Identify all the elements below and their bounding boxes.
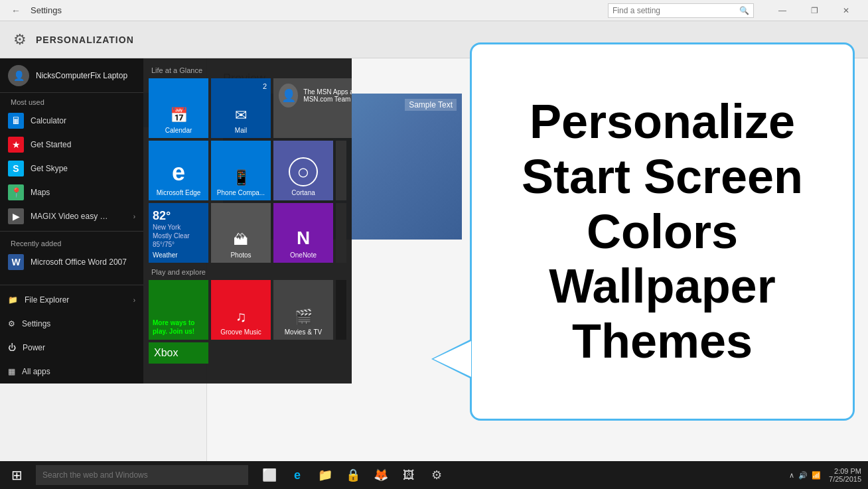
taskbar-edge[interactable]: e [284, 461, 311, 489]
skype-icon: S [8, 161, 24, 176]
tile-groove[interactable]: ♫ Groove Music [211, 280, 271, 340]
app-maps[interactable]: 📍 Maps [0, 180, 143, 204]
magix-icon: ▶ [8, 208, 24, 224]
tile-placeholder3 [336, 280, 346, 340]
msn-text: The MSN Apps and MSN.com Team [303, 88, 352, 103]
bottom-power[interactable]: ⏻ Power [0, 336, 143, 360]
tray-network-icon[interactable]: 📶 [812, 471, 821, 480]
tile-photos[interactable]: 🏔 Photos [211, 203, 271, 263]
taskbar-clock[interactable]: 2:09 PM 7/25/2015 [829, 467, 861, 483]
tile-edge[interactable]: e Microsoft Edge [149, 141, 208, 200]
calculator-label: Calculator [31, 116, 66, 125]
taskbar-search-box[interactable] [36, 465, 248, 485]
magix-arrow-icon: › [133, 213, 135, 220]
msn-avatar-icon: 👤 [279, 84, 298, 107]
settings-search-input[interactable] [613, 6, 739, 15]
file-explorer-label: File Explorer [25, 295, 69, 305]
app-magix[interactable]: ▶ MAGIX Video easy 3 H... › [0, 204, 143, 228]
recently-added-label: Recently added [0, 234, 143, 250]
start-menu-left: 👤 NicksComputerFix Laptop Most used 🖩 Ca… [0, 58, 143, 384]
tiles-row-4: More ways to play. Join us! ♫ Groove Mus… [149, 280, 346, 340]
all-apps-icon: ▦ [8, 367, 15, 376]
calendar-tile-icon: 📅 [170, 107, 188, 124]
word-label: Microsoft Office Word 2007 [31, 257, 127, 267]
tile-msn[interactable]: 👤 The MSN Apps and MSN.com Team [273, 78, 352, 138]
onenote-tile-label: OneNote [290, 251, 317, 259]
taskbar-photos[interactable]: 🖼 [396, 461, 422, 489]
close-button[interactable]: ✕ [831, 0, 861, 21]
groove-tile-icon: ♫ [236, 309, 247, 326]
settings-search-box[interactable]: 🔍 [608, 3, 754, 18]
tile-mail[interactable]: ✉ Mail 2 [211, 78, 271, 138]
app-get-skype[interactable]: S Get Skype [0, 157, 143, 180]
callout-text: PersonalizeStart ScreenColorsWallpaperTh… [522, 94, 803, 369]
magix-label: MAGIX Video easy 3 H... [31, 212, 110, 221]
gear-icon: ⚙ [11, 31, 29, 49]
movies-tile-label: Movies & TV [285, 328, 323, 336]
back-button[interactable]: ← [7, 1, 25, 20]
start-menu-user: 👤 NicksComputerFix Laptop [0, 58, 143, 93]
tiles-row-2: e Microsoft Edge 📱 Phone Compa... ○ Cort… [149, 141, 346, 200]
get-started-label: Get Started [31, 140, 71, 149]
calculator-icon: 🖩 [8, 113, 24, 129]
cortana-tile-icon: ○ [289, 157, 318, 186]
callout-box: PersonalizeStart ScreenColorsWallpaperTh… [470, 42, 855, 421]
weather-temp: 82° [153, 209, 171, 223]
taskbar-firefox[interactable]: 🦊 [368, 461, 394, 489]
photos-tile-label: Photos [230, 251, 251, 259]
xbox-promo-text: More ways to play. Join us! [153, 318, 204, 336]
get-started-icon: ★ [8, 137, 24, 153]
mail-tile-label: Mail [235, 127, 247, 134]
tray-volume-icon[interactable]: 🔊 [798, 471, 808, 480]
bottom-settings[interactable]: ⚙ Settings [0, 312, 143, 336]
taskbar-search-input[interactable] [42, 470, 242, 480]
maps-label: Maps [31, 188, 50, 197]
tile-placeholder2 [336, 203, 346, 263]
tile-xbox[interactable]: Xbox [149, 342, 208, 364]
app-get-started[interactable]: ★ Get Started [0, 133, 143, 157]
tiles-row-1: 📅 Calendar ✉ Mail 2 👤 The MSN Apps and M… [149, 78, 346, 138]
taskbar-lock[interactable]: 🔒 [340, 461, 366, 489]
bottom-all-apps[interactable]: ▦ All apps [0, 360, 143, 384]
mail-tile-icon: ✉ [235, 107, 247, 124]
weather-info: New YorkMostly Clear85°/75° [153, 223, 190, 249]
word-icon: W [8, 254, 24, 270]
tile-calendar[interactable]: 📅 Calendar [149, 78, 208, 138]
most-used-label: Most used [0, 93, 143, 109]
tiles-row-5: Xbox [149, 342, 346, 364]
power-icon: ⏻ [8, 343, 16, 352]
minimize-button[interactable]: — [767, 0, 798, 21]
start-menu: 👤 NicksComputerFix Laptop Most used 🖩 Ca… [0, 58, 352, 384]
sample-text-label: Sample Text [405, 99, 457, 111]
user-avatar: 👤 [8, 65, 29, 86]
divider-1 [0, 231, 143, 232]
bottom-file-explorer[interactable]: 📁 File Explorer › [0, 288, 143, 312]
taskbar-task-view[interactable]: ⬜ [256, 461, 283, 489]
phone-tile-icon: 📱 [232, 169, 250, 186]
tile-phone[interactable]: 📱 Phone Compa... [211, 141, 271, 200]
tile-weather[interactable]: 82° New YorkMostly Clear85°/75° Weather [149, 203, 208, 263]
power-label: Power [23, 343, 45, 352]
xbox-icon: Xbox [154, 347, 178, 359]
tiles-section1-label: Life at a Glance [149, 64, 346, 78]
start-button[interactable]: ⊞ [0, 461, 33, 489]
start-bottom-items: 📁 File Explorer › ⚙ Settings ⏻ Power ▦ A… [0, 282, 143, 384]
tile-xbox-promo[interactable]: More ways to play. Join us! [149, 280, 208, 340]
search-icon: 🔍 [739, 6, 749, 15]
tile-placeholder1 [336, 141, 346, 200]
taskbar-explorer[interactable]: 📁 [312, 461, 338, 489]
weather-tile-label: Weather [153, 251, 178, 259]
tile-movies[interactable]: 🎬 Movies & TV [273, 280, 333, 340]
tile-cortana[interactable]: ○ Cortana [273, 141, 333, 200]
maximize-button[interactable]: ❐ [799, 0, 830, 21]
tile-onenote[interactable]: N OneNote [273, 203, 333, 263]
taskbar-apps: ⬜ e 📁 🔒 🦊 🖼 ⚙ [251, 461, 455, 489]
settings-icon: ⚙ [8, 319, 15, 328]
edge-tile-icon: e [172, 159, 185, 186]
taskbar-settings[interactable]: ⚙ [423, 461, 450, 489]
avatar-icon: 👤 [13, 70, 25, 81]
tray-expand-icon[interactable]: ∧ [789, 471, 794, 480]
app-calculator[interactable]: 🖩 Calculator [0, 109, 143, 133]
app-word[interactable]: W Microsoft Office Word 2007 [0, 250, 143, 274]
taskbar-date-display: 7/25/2015 [829, 475, 861, 483]
